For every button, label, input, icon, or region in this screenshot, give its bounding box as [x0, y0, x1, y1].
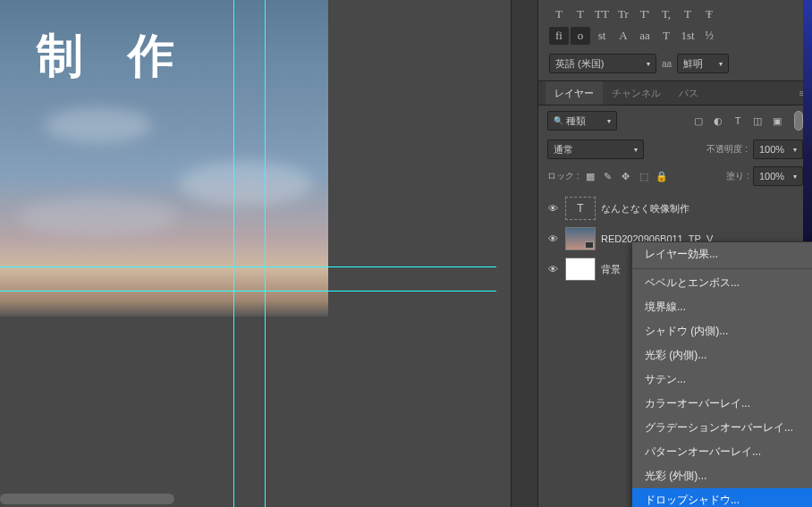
layer-filter-value: 種類 [566, 114, 586, 128]
filter-pixel-icon[interactable]: ▢ [690, 113, 706, 129]
filter-type-icon[interactable]: T [730, 113, 746, 129]
tab-channels[interactable]: チャンネル [603, 81, 670, 105]
filter-smart-icon[interactable]: ▣ [769, 113, 785, 129]
layer-thumbnail[interactable]: T [565, 197, 596, 220]
chevron-down-icon: ▾ [719, 60, 723, 68]
canvas-text-layer[interactable]: 象 制 作 [0, 25, 190, 88]
stylistic-alt-button[interactable]: aa [635, 27, 655, 45]
chevron-down-icon: ▾ [793, 173, 797, 181]
type-options-row2: fi o st A aa T 1st ½ [538, 25, 812, 50]
lock-row: ロック : ▩ ✎ ✥ ⬚ 🔒 塗り : 100% ▾ [538, 163, 812, 193]
menu-item-satin[interactable]: サテン... [632, 368, 812, 392]
ordinals-button[interactable]: 1st [678, 27, 698, 45]
antialias-label: aa [662, 59, 672, 69]
lock-label: ロック : [547, 170, 579, 182]
guide-horizontal[interactable] [0, 291, 496, 292]
chevron-down-icon: ▾ [634, 146, 638, 154]
horizontal-scrollbar[interactable] [0, 494, 174, 504]
blend-row: 通常 ▾ 不透明度 : 100% ▾ [538, 136, 812, 163]
type-subscript-button[interactable]: T, [656, 5, 676, 23]
ligature-button[interactable]: fi [549, 27, 569, 45]
blend-mode-select[interactable]: 通常 ▾ [547, 139, 644, 159]
menu-item-drop-shadow[interactable]: ドロップシャドウ... [632, 488, 812, 507]
visibility-toggle-icon[interactable]: 👁 [546, 233, 560, 244]
filter-toggle[interactable] [794, 111, 803, 131]
discretionary-lig-button[interactable]: st [592, 27, 612, 45]
tab-layers[interactable]: レイヤー [546, 81, 603, 105]
layer-row[interactable]: 👁 T なんとなく映像制作 [538, 193, 812, 224]
visibility-toggle-icon[interactable]: 👁 [546, 203, 560, 214]
fill-value: 100% [759, 171, 784, 182]
opacity-input[interactable]: 100% ▾ [753, 139, 803, 159]
menu-item-outer-glow[interactable]: 光彩 (外側)... [632, 464, 812, 488]
guide-vertical[interactable] [233, 0, 234, 507]
chevron-down-icon: ▾ [607, 117, 611, 125]
layer-filter-select[interactable]: 🔍 種類 ▾ [547, 111, 617, 131]
language-value: 英語 (米国) [555, 57, 604, 71]
guide-horizontal[interactable] [0, 266, 496, 267]
layer-thumbnail[interactable] [565, 258, 596, 281]
contextual-alt-button[interactable]: o [571, 27, 590, 45]
fill-input[interactable]: 100% ▾ [753, 166, 803, 186]
lock-all-icon[interactable]: 🔒 [655, 168, 669, 184]
type-bold-button[interactable]: T [549, 5, 569, 23]
chevron-down-icon: ▾ [793, 146, 797, 154]
lock-artboard-icon[interactable]: ⬚ [637, 168, 651, 184]
layer-name[interactable]: なんとなく映像制作 [601, 202, 689, 215]
lock-transparency-icon[interactable]: ▩ [583, 168, 597, 184]
language-select[interactable]: 英語 (米国) ▾ [549, 54, 656, 73]
menu-item-pattern-overlay[interactable]: パターンオーバーレイ... [632, 440, 812, 464]
blend-mode-value: 通常 [554, 143, 573, 156]
menu-item-stroke[interactable]: 境界線... [632, 295, 812, 319]
antialias-value: 鮮明 [683, 57, 703, 71]
antialias-select[interactable]: 鮮明 ▾ [677, 54, 729, 73]
opacity-label: 不透明度 : [706, 143, 748, 156]
type-allcaps-button[interactable]: TT [592, 5, 612, 23]
layer-name[interactable]: 背景 [601, 263, 621, 276]
type-italic-button[interactable]: T [571, 5, 590, 23]
filter-shape-icon[interactable]: ◫ [749, 113, 765, 129]
layer-style-context-menu: レイヤー効果... ベベルとエンボス... 境界線... シャドウ (内側)..… [631, 241, 812, 507]
panel-tabs: レイヤー チャンネル パス ≡ [538, 80, 812, 106]
language-row: 英語 (米国) ▾ aa 鮮明 ▾ [538, 50, 812, 80]
layer-filter-row: 🔍 種類 ▾ ▢ ◐ T ◫ ▣ [538, 106, 812, 136]
menu-separator [632, 268, 812, 269]
type-underline-button[interactable]: T [678, 5, 698, 23]
menu-item-inner-glow[interactable]: 光彩 (内側)... [632, 343, 812, 368]
menu-item-inner-shadow[interactable]: シャドウ (内側)... [632, 319, 812, 343]
swash-button[interactable]: A [613, 27, 633, 45]
fill-label: 塗り : [726, 170, 749, 182]
menu-item-gradient-overlay[interactable]: グラデーションオーバーレイ... [632, 416, 812, 440]
lock-position-icon[interactable]: ✥ [619, 168, 633, 184]
chevron-down-icon: ▾ [647, 60, 650, 68]
type-superscript-button[interactable]: T' [635, 5, 655, 23]
menu-item-layer-effects[interactable]: レイヤー効果... [632, 242, 812, 266]
type-smallcaps-button[interactable]: Tr [613, 5, 633, 23]
layer-thumbnail[interactable] [565, 227, 596, 250]
type-strikethrough-button[interactable]: Ŧ [699, 5, 719, 23]
type-options-row1: T T TT Tr T' T, T Ŧ [538, 0, 812, 25]
opacity-value: 100% [759, 144, 784, 155]
visibility-toggle-icon[interactable]: 👁 [546, 264, 560, 275]
titling-alt-button[interactable]: T [656, 27, 676, 45]
menu-item-color-overlay[interactable]: カラーオーバーレイ... [632, 392, 812, 416]
guide-vertical[interactable] [265, 0, 266, 507]
canvas-area[interactable]: 象 制 作 [0, 0, 511, 507]
tab-paths[interactable]: パス [670, 81, 707, 105]
filter-adjust-icon[interactable]: ◐ [710, 113, 726, 129]
document-canvas[interactable]: 象 制 作 [0, 0, 328, 317]
lock-image-icon[interactable]: ✎ [601, 168, 615, 184]
fractions-button[interactable]: ½ [699, 27, 719, 45]
menu-item-bevel[interactable]: ベベルとエンボス... [632, 271, 812, 295]
docked-panel-bar[interactable] [511, 0, 537, 507]
